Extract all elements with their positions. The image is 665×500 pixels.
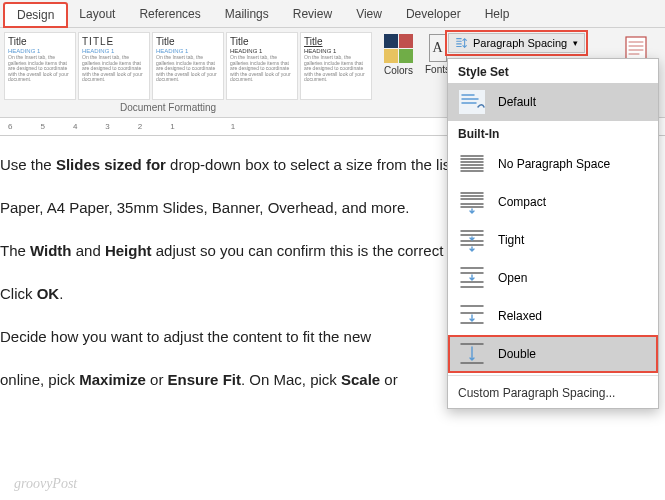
dropdown-item-open[interactable]: Open bbox=[448, 259, 658, 297]
gallery-style-2[interactable]: TITLE HEADING 1 On the Insert tab, the g… bbox=[78, 32, 150, 100]
spacing-tight-icon bbox=[458, 227, 486, 253]
dropdown-item-label: Tight bbox=[498, 233, 524, 247]
gallery-style-4[interactable]: Title HEADING 1 On the Insert tab, the g… bbox=[226, 32, 298, 100]
dropdown-item-no-paragraph-space[interactable]: No Paragraph Space bbox=[448, 145, 658, 183]
colors-icon bbox=[384, 34, 413, 63]
tab-help[interactable]: Help bbox=[473, 3, 522, 25]
dropdown-section-style-set: Style Set bbox=[448, 59, 658, 83]
gallery-style-3[interactable]: Title Heading 1 On the Insert tab, the g… bbox=[152, 32, 224, 100]
watermark-text: groovyPost bbox=[14, 476, 77, 492]
dropdown-item-compact[interactable]: Compact bbox=[448, 183, 658, 221]
paragraph-spacing-dropdown: Style Set Default Built-In No Paragraph … bbox=[447, 58, 659, 409]
spacing-relaxed-icon bbox=[458, 303, 486, 329]
tab-mailings[interactable]: Mailings bbox=[213, 3, 281, 25]
paragraph-spacing-button[interactable]: Paragraph Spacing ▾ bbox=[448, 33, 585, 53]
spacing-open-icon bbox=[458, 265, 486, 291]
spacing-compact-icon bbox=[458, 189, 486, 215]
chevron-down-icon: ▾ bbox=[573, 38, 578, 48]
paragraph-spacing-icon bbox=[455, 36, 469, 50]
tab-references[interactable]: References bbox=[127, 3, 212, 25]
tab-review[interactable]: Review bbox=[281, 3, 344, 25]
fonts-icon: A bbox=[429, 34, 447, 62]
tab-developer[interactable]: Developer bbox=[394, 3, 473, 25]
dropdown-item-custom-spacing[interactable]: Custom Paragraph Spacing... bbox=[448, 378, 658, 404]
dropdown-item-label: Relaxed bbox=[498, 309, 542, 323]
spacing-none-icon bbox=[458, 151, 486, 177]
dropdown-section-built-in: Built-In bbox=[448, 121, 658, 145]
dropdown-item-double[interactable]: Double bbox=[448, 335, 658, 373]
tab-view[interactable]: View bbox=[344, 3, 394, 25]
dropdown-item-label: Compact bbox=[498, 195, 546, 209]
gallery-style-1[interactable]: Title Heading 1 On the Insert tab, the g… bbox=[4, 32, 76, 100]
svg-rect-1 bbox=[459, 90, 485, 114]
dropdown-separator bbox=[448, 375, 658, 376]
ribbon-tabs: Design Layout References Mailings Review… bbox=[0, 0, 665, 28]
dropdown-item-tight[interactable]: Tight bbox=[448, 221, 658, 259]
colors-button[interactable]: Colors bbox=[382, 32, 415, 78]
ribbon-group-label: Document Formatting bbox=[120, 102, 216, 113]
dropdown-item-label: Double bbox=[498, 347, 536, 361]
dropdown-item-default[interactable]: Default bbox=[448, 83, 658, 121]
default-style-icon bbox=[458, 89, 486, 115]
paragraph-spacing-label: Paragraph Spacing bbox=[473, 37, 567, 49]
spacing-double-icon bbox=[458, 341, 486, 367]
dropdown-item-label: No Paragraph Space bbox=[498, 157, 610, 171]
dropdown-item-label: Default bbox=[498, 95, 536, 109]
dropdown-item-relaxed[interactable]: Relaxed bbox=[448, 297, 658, 335]
tab-layout[interactable]: Layout bbox=[67, 3, 127, 25]
gallery-style-5[interactable]: Title Heading 1 On the Insert tab, the g… bbox=[300, 32, 372, 100]
tab-design[interactable]: Design bbox=[4, 3, 67, 27]
dropdown-item-label: Open bbox=[498, 271, 527, 285]
